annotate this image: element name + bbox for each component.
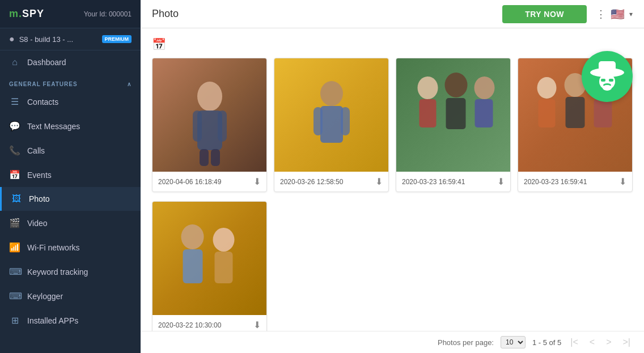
svg-rect-32 xyxy=(215,252,233,283)
calendar-filter-row: 📅 xyxy=(152,37,633,51)
sidebar-item-contacts[interactable]: ☰ Contacts xyxy=(0,90,141,114)
photo-card: 2020-04-06 16:18:49 ⬇ xyxy=(152,58,267,192)
video-label: Video xyxy=(27,219,48,228)
photo-meta-4: 2020-03-23 16:59:41 ⬇ xyxy=(518,172,632,192)
wifi-icon: 📶 xyxy=(9,242,20,253)
svg-point-19 xyxy=(445,73,468,97)
contacts-icon: ☰ xyxy=(9,96,20,107)
per-page-label: Photos per page: xyxy=(438,338,494,347)
person-svg-1 xyxy=(187,76,232,167)
device-row[interactable]: ● S8 - build 13 - ... PREMIUM xyxy=(0,28,141,50)
keylogger-label: Keylogger xyxy=(27,292,63,301)
keyword-tracking-label: Keyword tracking xyxy=(27,267,88,277)
sidebar-header: m.SPY Your Id: 000001 xyxy=(0,0,141,28)
prev-page-button[interactable]: < xyxy=(587,336,597,348)
keylogger-icon: ⌨ xyxy=(9,291,20,301)
main-panel: Photo TRY NOW ⋮ 🇺🇸 ▾ xyxy=(141,0,644,353)
svg-rect-20 xyxy=(446,98,466,129)
svg-rect-14 xyxy=(320,106,343,143)
svg-rect-4 xyxy=(609,79,613,82)
last-page-button[interactable]: >| xyxy=(621,336,633,348)
sidebar-item-calls[interactable]: 📞 Calls xyxy=(0,138,141,163)
photo-grid-row2: 2020-03-22 10:30:00 ⬇ xyxy=(152,201,633,331)
main-header: Photo TRY NOW ⋮ 🇺🇸 ▾ xyxy=(141,0,644,28)
photo-date-4: 2020-03-23 16:59:41 xyxy=(524,178,587,186)
spy-avatar-svg xyxy=(587,57,627,96)
download-icon-2[interactable]: ⬇ xyxy=(375,176,383,187)
photo-date-1: 2020-04-06 16:18:49 xyxy=(158,178,221,186)
chat-icon: 💬 xyxy=(9,121,20,131)
sidebar: m.SPY Your Id: 000001 ● S8 - build 13 - … xyxy=(0,0,141,353)
svg-point-29 xyxy=(181,224,204,249)
svg-point-17 xyxy=(418,76,438,99)
sidebar-item-wifi[interactable]: 📶 Wi-Fi networks xyxy=(0,235,141,260)
svg-point-7 xyxy=(197,82,222,111)
sidebar-item-keylogger[interactable]: ⌨ Keylogger xyxy=(0,284,141,308)
photo-thumbnail-5 xyxy=(152,202,266,315)
download-icon-3[interactable]: ⬇ xyxy=(497,176,505,187)
dashboard-label: Dashboard xyxy=(27,58,66,67)
photo-date-5: 2020-03-22 10:30:00 xyxy=(158,321,221,329)
photo-meta-5: 2020-03-22 10:30:00 ⬇ xyxy=(152,315,266,331)
user-id: Your Id: 000001 xyxy=(84,10,132,18)
photo-thumbnail-2 xyxy=(274,58,388,172)
sidebar-item-events[interactable]: 📅 Events xyxy=(0,163,141,187)
sidebar-nav: ⌂ Dashboard GENERAL FEATURES ∧ ☰ Contact… xyxy=(0,50,141,353)
phone-icon: 📞 xyxy=(9,145,20,156)
svg-rect-11 xyxy=(200,149,209,166)
premium-badge: PREMIUM xyxy=(102,35,132,43)
svg-rect-10 xyxy=(218,110,227,142)
svg-rect-22 xyxy=(475,99,493,127)
svg-rect-18 xyxy=(420,99,437,127)
svg-rect-28 xyxy=(594,99,612,127)
download-icon-5[interactable]: ⬇ xyxy=(253,320,261,330)
events-label: Events xyxy=(27,171,52,180)
download-icon-4[interactable]: ⬇ xyxy=(619,176,626,187)
first-page-button[interactable]: |< xyxy=(568,336,581,348)
svg-rect-15 xyxy=(313,107,323,135)
text-messages-label: Text Messages xyxy=(27,122,80,131)
language-flag[interactable]: 🇺🇸 xyxy=(611,7,625,21)
person-svg-2 xyxy=(309,76,354,167)
group-svg-3 xyxy=(396,58,510,167)
more-options-icon[interactable]: ⋮ xyxy=(596,8,606,20)
calendar-icon: 📅 xyxy=(9,169,20,180)
android-icon: ● xyxy=(9,34,15,44)
calls-label: Calls xyxy=(27,146,45,155)
sidebar-item-video[interactable]: 🎬 Video xyxy=(0,211,141,235)
svg-rect-24 xyxy=(539,99,556,127)
photo-card-2: 2020-03-26 12:58:50 ⬇ xyxy=(274,58,389,192)
page-info: 1 - 5 of 5 xyxy=(532,338,561,347)
home-icon: ⌂ xyxy=(9,57,20,67)
sidebar-item-keyword-tracking[interactable]: ⌨ Keyword tracking xyxy=(0,260,141,284)
wifi-label: Wi-Fi networks xyxy=(27,243,80,252)
download-icon-1[interactable]: ⬇ xyxy=(253,176,261,187)
sidebar-item-dashboard[interactable]: ⌂ Dashboard xyxy=(0,50,141,74)
calendar-filter-icon[interactable]: 📅 xyxy=(152,38,166,50)
svg-point-21 xyxy=(474,76,495,99)
sidebar-item-text-messages[interactable]: 💬 Text Messages xyxy=(0,114,141,138)
photo-meta-1: 2020-04-06 16:18:49 ⬇ xyxy=(152,172,266,192)
keyword-icon: ⌨ xyxy=(9,266,20,277)
spy-avatar xyxy=(582,51,633,102)
pagination-bar: Photos per page: 10 20 50 1 - 5 of 5 |< … xyxy=(141,331,644,353)
photo-label: Photo xyxy=(29,194,50,203)
svg-rect-3 xyxy=(601,79,605,82)
sidebar-item-installed-apps[interactable]: ⊞ Installed APPs xyxy=(0,308,141,333)
try-now-button[interactable]: TRY NOW xyxy=(502,5,587,23)
photo-thumbnail-3 xyxy=(396,58,510,172)
svg-rect-26 xyxy=(566,97,585,128)
svg-rect-12 xyxy=(211,149,220,166)
couple-svg-5 xyxy=(152,201,266,311)
chevron-up-icon: ∧ xyxy=(127,81,132,87)
page-title: Photo xyxy=(152,8,493,20)
per-page-select[interactable]: 10 20 50 xyxy=(501,336,526,348)
language-chevron-icon[interactable]: ▾ xyxy=(629,10,633,18)
sidebar-item-photo[interactable]: 🖼 Photo xyxy=(0,187,141,211)
svg-rect-16 xyxy=(341,107,350,135)
svg-rect-9 xyxy=(193,110,202,142)
contacts-label: Contacts xyxy=(27,97,58,107)
next-page-button[interactable]: > xyxy=(604,336,613,348)
device-name: S8 - build 13 - ... xyxy=(19,35,98,44)
photo-meta-3: 2020-03-23 16:59:41 ⬇ xyxy=(396,172,510,192)
